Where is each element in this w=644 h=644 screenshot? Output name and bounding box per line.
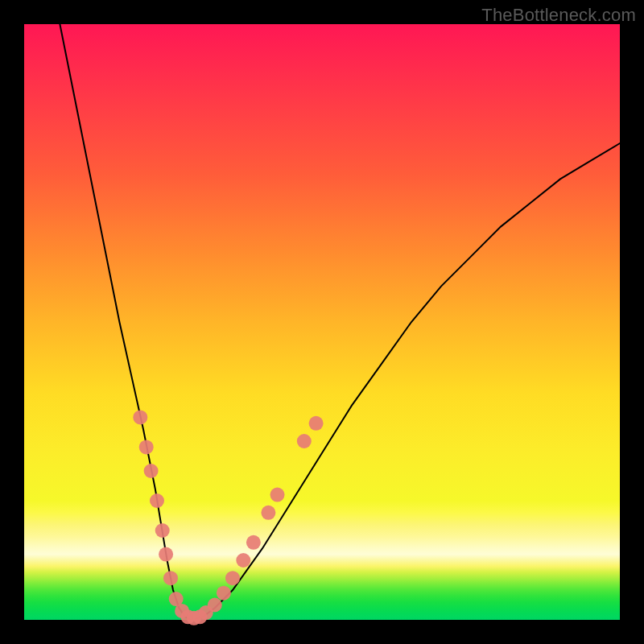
data-point xyxy=(297,434,312,448)
data-point xyxy=(155,523,170,538)
data-point xyxy=(236,553,250,568)
data-point xyxy=(270,488,285,502)
chart-frame xyxy=(24,24,620,620)
bottleneck-curve xyxy=(60,24,620,620)
data-point xyxy=(246,535,261,550)
data-point xyxy=(309,416,324,431)
watermark-text: TheBottleneck.com xyxy=(481,5,636,26)
data-point xyxy=(225,571,240,585)
data-point xyxy=(133,410,147,424)
data-point xyxy=(208,598,222,613)
data-point xyxy=(139,440,154,454)
data-point xyxy=(217,586,231,601)
data-point xyxy=(144,464,159,478)
chart-svg xyxy=(24,24,620,620)
data-point xyxy=(150,493,164,508)
data-point xyxy=(159,547,173,562)
data-point xyxy=(261,506,275,520)
data-points-group xyxy=(133,410,323,625)
data-point xyxy=(163,571,178,585)
